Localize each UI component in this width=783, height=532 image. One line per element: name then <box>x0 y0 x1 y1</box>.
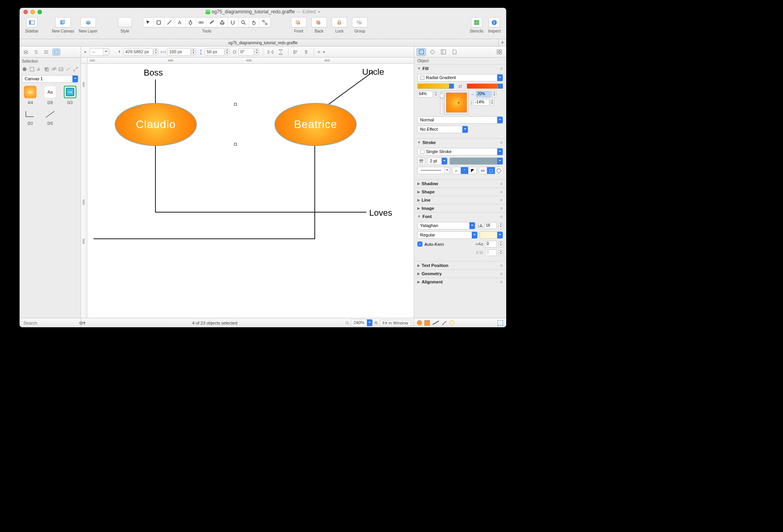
style-swatch[interactable] <box>118 17 132 27</box>
font-weight-select[interactable]: Regular <box>417 231 478 239</box>
style-dot-text[interactable] <box>442 320 447 326</box>
gradient-color-2[interactable] <box>467 83 503 89</box>
gradient-preview[interactable] <box>446 92 467 113</box>
disclosure-triangle-icon[interactable]: ▶ <box>417 280 420 284</box>
stepper-down[interactable]: ▼ <box>153 52 158 55</box>
ruler-horizontal[interactable]: 200 400 600 800 <box>81 58 414 64</box>
selection-tab[interactable] <box>52 49 60 56</box>
filter-text-icon[interactable]: A <box>36 67 42 72</box>
section-menu-icon[interactable]: ≡ <box>500 263 503 268</box>
node-beatrice[interactable]: Beatrice <box>274 103 357 146</box>
filter-shape-icon[interactable] <box>51 67 57 72</box>
section-menu-icon[interactable]: ≡ <box>500 140 503 145</box>
disclosure-triangle-icon[interactable]: ▶ <box>417 263 420 267</box>
filter-image-icon[interactable] <box>58 67 64 72</box>
disclosure-triangle-icon[interactable]: ▶ <box>417 190 420 194</box>
docbar-filename[interactable]: og75_diagramming_tutorial_redo.graffle <box>228 41 298 45</box>
thumb-blue[interactable]: Aa <box>66 88 74 96</box>
zoom-in-icon[interactable] <box>374 321 379 325</box>
label-uncle[interactable]: Uncle <box>362 67 384 77</box>
canvas-inspector-tab[interactable] <box>438 48 448 56</box>
canvas-select[interactable]: Canvas 1 <box>22 75 78 83</box>
stepper-up[interactable]: ▲ <box>225 48 229 52</box>
width-field[interactable]: 100 px <box>167 48 191 56</box>
point-edit-tool[interactable] <box>260 18 270 27</box>
stepper[interactable]: ▲▼ <box>492 91 496 97</box>
cap-style-seg[interactable]: ▭▢◯ <box>479 167 503 174</box>
hand-tool[interactable] <box>249 18 260 27</box>
filter-stroke-icon[interactable] <box>29 67 35 72</box>
shape-tool[interactable] <box>154 18 164 27</box>
font-color-select[interactable] <box>480 231 503 239</box>
section-menu-icon[interactable]: ≡ <box>500 181 503 186</box>
fill-type-select[interactable]: Radial Gradient <box>417 74 503 81</box>
filter-connections-icon[interactable] <box>73 67 78 72</box>
filter-fill-icon[interactable] <box>22 67 27 72</box>
canvas[interactable]: 400 500 600 Boss Uncle Loves <box>81 64 414 318</box>
line-loves-vl[interactable] <box>155 142 156 213</box>
filter-line-icon[interactable] <box>66 67 71 72</box>
line-tool[interactable] <box>164 18 175 27</box>
x-origin-select[interactable]: -- <box>90 48 109 56</box>
fill-effect-select[interactable]: No Effect <box>417 126 468 133</box>
corner-style-seg[interactable]: ⌐◜◤ <box>452 167 476 174</box>
stepper[interactable]: ▲▼ <box>499 223 503 229</box>
object-inspector-tab[interactable] <box>417 48 426 56</box>
disclosure-triangle-icon[interactable]: ▶ <box>417 198 420 202</box>
line-thumb-ortho[interactable] <box>24 110 36 119</box>
section-menu-icon[interactable]: ≡ <box>500 271 503 276</box>
rubber-stamp-tool[interactable] <box>217 18 228 27</box>
new-canvas-button[interactable] <box>56 18 70 27</box>
disclosure-triangle-icon[interactable]: ▶ <box>417 206 420 210</box>
stepper[interactable]: ▲▼ <box>499 241 503 247</box>
distribute-button[interactable] <box>317 48 326 56</box>
stroke-width-select[interactable]: 2 pt <box>427 157 447 165</box>
disclosure-triangle-icon[interactable]: ▼ <box>417 67 421 70</box>
align-center-h-button[interactable] <box>302 48 310 56</box>
pen-tool[interactable] <box>186 18 196 27</box>
section-menu-icon[interactable]: ≡ <box>500 214 503 219</box>
gradient-cy-field[interactable]: -14% <box>474 99 489 106</box>
properties-inspector-tab[interactable] <box>428 48 437 56</box>
section-menu-icon[interactable]: ≡ <box>500 280 503 284</box>
title-menu-chevron-icon[interactable] <box>317 9 320 14</box>
disclosure-triangle-icon[interactable]: ▼ <box>417 215 421 218</box>
disclosure-triangle-icon[interactable]: ▶ <box>417 182 420 186</box>
selection-handle[interactable] <box>234 103 237 106</box>
style-dot-stroke[interactable] <box>424 320 430 326</box>
line-loves-h[interactable] <box>155 212 366 213</box>
stepper-down[interactable]: ▼ <box>191 52 196 55</box>
style-brush-tool[interactable] <box>207 18 217 27</box>
style-dot-shadow[interactable] <box>449 320 455 325</box>
selection-handle[interactable] <box>234 143 237 146</box>
char-spacing-field[interactable]: 0 <box>485 241 497 247</box>
thumb-plain[interactable]: Aa <box>44 86 56 98</box>
x-position-field[interactable]: 428.5882 px <box>123 48 153 56</box>
toggle-sidebar-button[interactable] <box>27 18 37 27</box>
gradient-cx-field[interactable]: 20% <box>476 91 491 97</box>
rotation-field[interactable]: 0° <box>238 48 254 56</box>
stepper[interactable]: ▲▼ <box>434 91 438 97</box>
new-layer-button[interactable] <box>81 18 96 27</box>
swap-colors-icon[interactable]: ⇄ <box>456 84 465 89</box>
zoom-tool[interactable] <box>238 18 249 27</box>
label-loves[interactable]: Loves <box>369 208 392 218</box>
stepper-up[interactable]: ▲ <box>153 48 158 52</box>
text-tool[interactable]: A <box>175 18 186 27</box>
document-inspector-tab[interactable] <box>449 48 459 56</box>
zoom-out-icon[interactable] <box>345 321 350 325</box>
stepper[interactable]: ▲▼ <box>499 250 503 256</box>
blend-mode-select[interactable]: Normal <box>417 116 503 124</box>
line-loves-vr[interactable] <box>314 142 315 239</box>
send-back-button[interactable] <box>312 18 327 27</box>
layers-tab[interactable] <box>22 49 30 56</box>
section-menu-icon[interactable]: ≡ <box>500 189 503 194</box>
thumb-orange[interactable]: Aa <box>24 86 36 98</box>
fit-window-button[interactable]: Fit in Window <box>380 320 411 326</box>
font-family-select[interactable]: Yataghan <box>417 222 475 229</box>
style-dot-line[interactable] <box>432 320 439 325</box>
stepper[interactable]: ▲▼ <box>490 99 494 106</box>
flip-v-button[interactable] <box>276 48 285 56</box>
add-tab-button[interactable]: + <box>498 39 506 47</box>
list-tab[interactable] <box>42 49 50 56</box>
